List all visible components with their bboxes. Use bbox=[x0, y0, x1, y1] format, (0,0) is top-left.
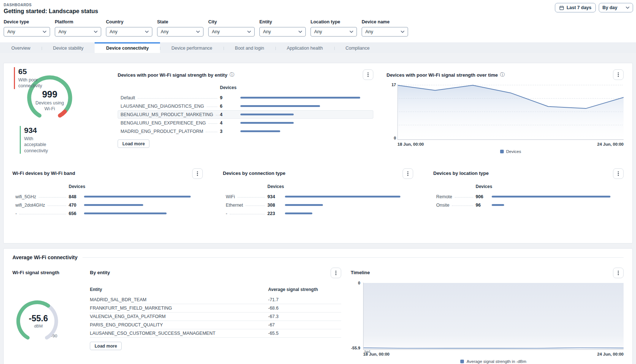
header-controls: Last 7 days By day bbox=[555, 3, 633, 12]
acceptable-connectivity-stat: 934 With acceptable connectivity bbox=[20, 126, 56, 154]
table-row-valencia-eng-data-platform[interactable]: VALENCIA_ENG_DATA_PLATFORM-67.3 bbox=[90, 313, 341, 321]
table-row-lausanne-cso-customer-success-management[interactable]: LAUSANNE_CSO_CUSTOMER_SUCCESS_MANAGEMENT… bbox=[90, 329, 341, 338]
filter-label: Platform bbox=[55, 19, 101, 24]
bar-row-wifi[interactable]: WiFi934 bbox=[223, 192, 413, 201]
tab-bar: OverviewDevice stabilityDevice connectiv… bbox=[0, 42, 636, 53]
bar-value: 9 bbox=[220, 95, 240, 100]
bar-value: 4 bbox=[220, 112, 240, 117]
bar-row-item[interactable]: -656 bbox=[12, 209, 203, 218]
tab-device-stability[interactable]: Device stability bbox=[42, 42, 95, 53]
bar-row-wifi-2dot4ghz[interactable]: wifi_2dot4GHz470 bbox=[12, 201, 203, 209]
y-axis-min-label: 0 bbox=[386, 136, 396, 140]
tab-device-performance[interactable]: Device performance bbox=[160, 42, 224, 53]
poor-over-time-menu-button[interactable] bbox=[613, 69, 624, 80]
poor-over-time-title: Devices with poor Wi-Fi signal strength … bbox=[386, 69, 505, 78]
chart-legend: Average signal strength in -dBm bbox=[363, 359, 624, 364]
filter-value: Any bbox=[263, 29, 271, 34]
by-connection-bar-chart: Devices WiFi934Ethernet308-223 bbox=[223, 184, 413, 218]
filter-select-device-type[interactable]: Any bbox=[4, 27, 50, 37]
signal-strength-gauge-chart bbox=[12, 298, 67, 342]
devices-column-header: Devices bbox=[476, 184, 492, 189]
filter-select-country[interactable]: Any bbox=[106, 27, 152, 37]
table-row-madrid-sal-bdr-team[interactable]: MADRID_SAL_BDR_TEAM-71.7 bbox=[90, 296, 341, 304]
entity-name: MADRID_SAL_BDR_TEAM bbox=[90, 297, 268, 302]
granularity-select[interactable]: By day bbox=[599, 3, 633, 12]
bar-row-wifi-5ghz[interactable]: wifi_5GHz848 bbox=[12, 192, 203, 201]
table-row-paris-eng-product-quality[interactable]: PARIS_ENG_PRODUCT_QUALITY-67 bbox=[90, 321, 341, 329]
legend-swatch bbox=[460, 360, 464, 363]
chevron-down-icon bbox=[626, 7, 629, 9]
filter-entity: EntityAny bbox=[259, 19, 306, 37]
load-more-entities-button[interactable]: Load more bbox=[118, 139, 149, 148]
bar-row-default[interactable]: Default9 bbox=[118, 93, 373, 102]
bar-label: BENGALURU_ENG_EXPERIENCE_ENG bbox=[121, 120, 206, 126]
filter-select-city[interactable]: Any bbox=[208, 27, 255, 37]
bar-label: wifi_2dot4GHz bbox=[15, 203, 45, 208]
by-band-bar-chart: Devices wifi_5GHz848wifi_2dot4GHz470-656 bbox=[12, 184, 203, 218]
info-icon[interactable]: ⓘ bbox=[229, 72, 234, 78]
wifi-usage-widget: 999 Devices using Wi-Fi 934 With accepta… bbox=[12, 69, 104, 154]
timeline-menu-button[interactable] bbox=[613, 268, 624, 278]
filter-label: Device name bbox=[362, 19, 408, 24]
y-axis-max-label: 0 bbox=[351, 281, 360, 285]
bar-label: LAUSANNE_ENG_DIAGNOSTICS_ENG bbox=[121, 104, 204, 109]
by-entity-table: Entity Average signal strength MADRID_SA… bbox=[90, 287, 341, 338]
filter-select-state[interactable]: Any bbox=[157, 27, 203, 37]
table-row-frankfurt-ms-field-marketing[interactable]: FRANKFURT_MS_FIELD_MARKETING-68.6 bbox=[90, 304, 341, 313]
tab-boot-and-login[interactable]: Boot and login bbox=[224, 42, 275, 53]
bar-value: 934 bbox=[267, 194, 285, 199]
by-location-menu-button[interactable] bbox=[613, 168, 624, 179]
bar-row-lausanne-eng-diagnostics-eng[interactable]: LAUSANNE_ENG_DIAGNOSTICS_ENG6 bbox=[118, 102, 373, 110]
poor-count: 65 bbox=[18, 67, 50, 76]
kebab-icon bbox=[197, 171, 198, 176]
bar bbox=[240, 105, 370, 107]
kebab-icon bbox=[407, 171, 408, 176]
x-axis-labels: 18 Jun, 00:00 24 Jun, 00:00 bbox=[397, 142, 624, 146]
filter-select-location-type[interactable]: Any bbox=[311, 27, 357, 37]
entity-column-header: Entity bbox=[90, 287, 268, 292]
bar-value: 223 bbox=[267, 211, 285, 216]
tab-device-connectivity[interactable]: Device connectivity bbox=[95, 42, 160, 53]
bar-row-bengaluru-eng-experience-eng[interactable]: BENGALURU_ENG_EXPERIENCE_ENG4 bbox=[118, 119, 373, 127]
filter-select-entity[interactable]: Any bbox=[259, 27, 306, 37]
by-connection-title: Devices by connection type bbox=[223, 168, 285, 176]
page-title: Getting started: Landscape status bbox=[4, 8, 632, 15]
filter-city: CityAny bbox=[208, 19, 255, 37]
tab-overview[interactable]: Overview bbox=[0, 42, 42, 53]
kebab-icon bbox=[335, 271, 336, 275]
bar-row-bengaluru-ms-product-marketing[interactable]: BENGALURU_MS_PRODUCT_MARKETING4 bbox=[118, 110, 373, 119]
gauge-scale-min-label: -90 bbox=[51, 334, 57, 338]
bar bbox=[84, 204, 200, 206]
bar-row-madrid-eng-product-platform[interactable]: MADRID_ENG_PRODUCT_PLATFORM3 bbox=[118, 127, 373, 135]
breadcrumb: DASHBOARDS bbox=[4, 3, 632, 7]
bar-value: 3 bbox=[220, 129, 240, 134]
info-icon[interactable]: ⓘ bbox=[500, 72, 505, 78]
by-connection-menu-button[interactable] bbox=[403, 168, 413, 179]
time-range-button[interactable]: Last 7 days bbox=[555, 3, 596, 12]
load-more-table-button[interactable]: Load more bbox=[90, 342, 122, 350]
poor-over-time-chart: 17 0 18 Jun, 00:00 24 Jun, 00:00 Devices bbox=[386, 84, 624, 154]
poor-by-entity-menu-button[interactable] bbox=[363, 69, 373, 80]
filter-select-device-name[interactable]: Any bbox=[362, 27, 408, 37]
calendar-icon bbox=[559, 5, 564, 10]
by-band-menu-button[interactable] bbox=[192, 168, 203, 179]
y-axis-max-label: 17 bbox=[386, 83, 396, 87]
y-axis-min-label: -55.9 bbox=[351, 346, 360, 350]
bar-row-onsite[interactable]: Onsite96 bbox=[433, 201, 624, 209]
by-entity-menu-button[interactable] bbox=[331, 268, 341, 278]
x-axis-labels: 18 Jun, 00:00 24 Jun, 00:00 bbox=[363, 352, 624, 356]
bar-row-remote[interactable]: Remote906 bbox=[433, 192, 624, 201]
filter-state: StateAny bbox=[157, 19, 203, 37]
chevron-down-icon bbox=[298, 31, 302, 33]
tab-application-health[interactable]: Application health bbox=[275, 42, 334, 53]
poor-over-time-widget: Devices with poor Wi-Fi signal strength … bbox=[386, 69, 624, 154]
bar-row-item[interactable]: -223 bbox=[223, 209, 413, 218]
avg-signal-value: -67 bbox=[268, 322, 341, 327]
poor-by-entity-widget: Devices with poor Wi-Fi signal strength … bbox=[118, 69, 373, 154]
kebab-icon bbox=[618, 271, 619, 275]
filter-select-platform[interactable]: Any bbox=[55, 27, 101, 37]
by-entity-title: By entity bbox=[90, 268, 110, 275]
bar-row-ethernet[interactable]: Ethernet308 bbox=[223, 201, 413, 209]
tab-compliance[interactable]: Compliance bbox=[334, 42, 381, 53]
bar bbox=[492, 196, 621, 198]
